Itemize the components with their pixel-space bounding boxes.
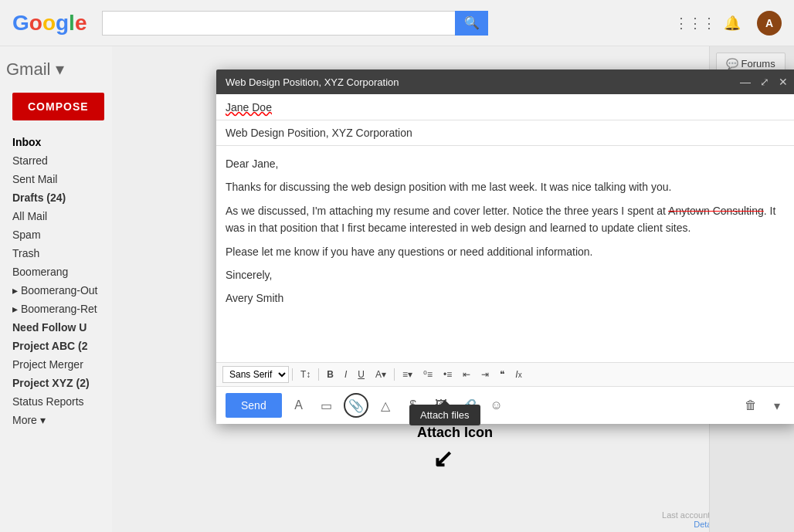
attach-files-tooltip: Attach files [409,405,480,425]
sidebar-item-label: Project ABC (2 [12,340,88,352]
toolbar-separator-3 [394,368,395,381]
apps-grid-icon[interactable]: ⋮⋮⋮ [683,11,707,36]
search-bar: 🔍 [102,11,488,36]
notifications-icon[interactable]: 🔔 [720,11,745,36]
trash-icon: 🗑 [745,398,757,412]
sidebar-item-boomerang-out[interactable]: ▸ Boomerang-Out [0,281,112,300]
sidebar-item-label: Status Reports [12,395,84,408]
text-box-button[interactable]: ▭ [316,395,338,416]
sidebar-item-sent[interactable]: Sent Mail [0,170,112,188]
sidebar-item-label: All Mail [12,210,47,222]
minimize-button[interactable]: — [740,76,751,88]
sidebar-item-boomerang[interactable]: Boomerang [0,263,112,281]
text-color-button[interactable]: A▾ [371,366,391,383]
align-button[interactable]: ≡▾ [398,366,417,383]
sidebar-item-project-merger[interactable]: Project Merger [0,355,112,374]
text-box-icon: ▭ [321,398,332,413]
user-avatar[interactable]: A [757,11,782,36]
discard-button[interactable]: 🗑 [745,398,757,412]
annotation-label: Attach Icon [417,425,493,441]
body-para1: Thanks for discussing the web design pos… [226,178,788,195]
sidebar-item-boomerang-ret[interactable]: ▸ Boomerang-Ret [0,300,112,318]
google-drive-button[interactable]: △ [375,395,396,416]
insert-emoji-button[interactable]: ☺ [486,395,507,416]
attach-files-button[interactable]: 📎 [344,393,368,418]
sidebar-item-label: Project XYZ (2) [12,377,90,389]
sidebar-item-trash[interactable]: Trash [0,244,112,263]
top-bar-right: ⋮⋮⋮ 🔔 A [683,11,782,36]
sidebar-item-inbox[interactable]: Inbox [0,133,112,151]
sidebar-item-drafts[interactable]: Drafts (24) [0,188,112,207]
close-button[interactable]: ✕ [779,76,788,88]
action-toolbar: Send A ▭ 📎 △ $ [216,386,794,424]
sidebar-header: Gmail ▾ [0,53,112,86]
sidebar-item-label: Inbox [12,136,41,148]
send-button[interactable]: Send [226,393,282,418]
paperclip-icon: 📎 [348,398,364,413]
numbered-list-button[interactable]: ⁰≡ [419,366,437,383]
sidebar-item-label: Drafts (24) [12,191,66,204]
subject-value: Web Design Position, XYZ Corporation [226,127,412,139]
indent-less-button[interactable]: ⇤ [458,366,475,383]
main-layout: Gmail ▾ COMPOSE Inbox Starred Sent Mail … [0,46,794,532]
compose-controls: — ⤢ ✕ [740,76,788,88]
body-closing: Sincerely, [226,266,788,283]
content-area: Last account activity: 5 days ago Detail… [112,46,794,532]
subject-field[interactable]: Web Design Position, XYZ Corporation [216,120,794,146]
sidebar-item-label: ▸ Boomerang-Ret [12,303,97,315]
sidebar-item-label: Boomerang [12,266,68,278]
tooltip-text: Attach files [420,409,470,421]
sidebar-item-status-reports[interactable]: Status Reports [0,392,112,411]
sidebar-item-label: Starred [12,154,48,167]
italic-button[interactable]: I [340,366,351,383]
more-options-button[interactable]: ▾ [766,395,788,416]
sidebar-item-project-xyz[interactable]: Project XYZ (2) [0,374,112,392]
toolbar-separator-2 [318,368,319,381]
search-button[interactable]: 🔍 [455,11,489,36]
toolbar-separator-1 [292,368,293,381]
sidebar-item-more[interactable]: More ▾ [0,411,112,429]
top-bar: Google 🔍 ⋮⋮⋮ 🔔 A [0,0,794,46]
compose-header: Web Design Position, XYZ Corporation — ⤢… [216,69,794,94]
search-icon: 🔍 [464,15,480,30]
to-field[interactable]: Jane Doe [216,94,794,120]
body-signature: Avery Smith [226,290,788,307]
gmail-label[interactable]: Gmail ▾ [6,59,64,80]
sidebar-item-label: ▸ Boomerang-Out [12,284,98,296]
compose-title: Web Design Position, XYZ Corporation [226,76,399,88]
font-family-select[interactable]: Sans Serif [222,366,289,383]
search-input[interactable] [102,11,454,36]
emoji-icon: ☺ [490,398,503,412]
drive-icon: △ [381,398,390,413]
underline-button[interactable]: U [353,366,369,383]
sidebar-item-project-abc[interactable]: Project ABC (2 [0,337,112,355]
bulleted-list-button[interactable]: •≡ [439,366,456,383]
indent-more-button[interactable]: ⇥ [477,366,494,383]
sidebar-item-label: Spam [12,229,41,241]
format-toolbar: Sans Serif T↕ B I U A▾ ≡▾ ⁰≡ •≡ ⇤ ⇥ ❝ [216,362,794,386]
clear-formatting-button[interactable]: Ix [511,366,526,383]
sidebar-item-label: More ▾ [12,414,46,426]
body-para2: As we discussed, I'm attaching my resume… [226,202,788,237]
to-value: Jane Doe [226,101,272,114]
annotation-arrow: ↙ [433,444,493,473]
strikethrough-text: Anytown Consulting [668,205,764,217]
annotation-container: Attach Icon ↙ [417,425,493,473]
sidebar: Gmail ▾ COMPOSE Inbox Starred Sent Mail … [0,46,112,532]
compose-message-body[interactable]: Dear Jane, Thanks for discussing the web… [216,146,794,362]
format-options-button[interactable]: A [288,395,310,416]
body-para3: Please let me know if you have any quest… [226,243,788,260]
sidebar-item-allmail[interactable]: All Mail [0,207,112,225]
font-size-button[interactable]: T↕ [296,366,315,383]
sidebar-item-need-follow[interactable]: Need Follow U [0,318,112,337]
sidebar-item-label: Trash [12,247,39,259]
expand-button[interactable]: ⤢ [760,76,769,88]
bold-button[interactable]: B [322,366,338,383]
more-icon: ▾ [774,398,780,413]
compose-button[interactable]: COMPOSE [12,93,104,120]
sidebar-item-starred[interactable]: Starred [0,151,112,170]
sidebar-item-label: Sent Mail [12,173,57,185]
body-salutation: Dear Jane, [226,155,788,172]
sidebar-item-spam[interactable]: Spam [0,225,112,244]
quote-button[interactable]: ❝ [495,366,509,383]
